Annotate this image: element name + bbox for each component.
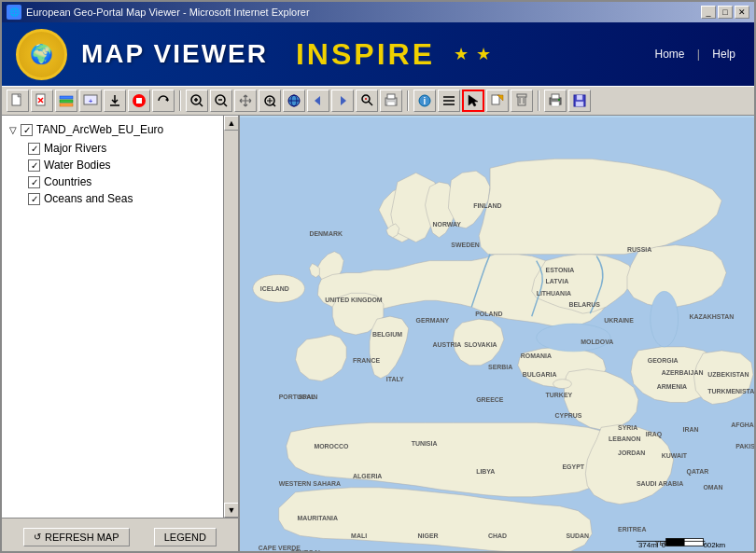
svg-rect-50 xyxy=(552,102,559,106)
header-nav[interactable]: Home | Help xyxy=(650,48,740,61)
svg-rect-42 xyxy=(492,95,499,104)
svg-text:KUWAIT: KUWAIT xyxy=(662,452,688,459)
svg-text:IRAN: IRAN xyxy=(683,426,699,433)
oceans-seas-label[interactable]: Oceans and Seas xyxy=(44,192,133,205)
svg-text:MAURITANIA: MAURITANIA xyxy=(298,515,338,521)
svg-text:QATAR: QATAR xyxy=(687,468,709,476)
major-rivers-item: Major Rivers xyxy=(9,140,231,157)
svg-text:SYRIA: SYRIA xyxy=(618,424,637,431)
svg-text:MALI: MALI xyxy=(351,532,367,539)
svg-text:LEBANON: LEBANON xyxy=(609,435,640,442)
download-button[interactable] xyxy=(104,90,126,112)
svg-rect-5 xyxy=(60,96,73,99)
zoom-in-button[interactable] xyxy=(186,90,208,112)
water-bodies-label[interactable]: Water Bodies xyxy=(44,159,111,172)
svg-text:0: 0 xyxy=(662,541,666,549)
stop-button[interactable] xyxy=(128,90,150,112)
tand-layer-checkbox[interactable] xyxy=(21,124,33,136)
add-data-button[interactable]: + xyxy=(79,90,102,112)
svg-rect-34 xyxy=(387,94,395,99)
svg-text:602km: 602km xyxy=(703,541,725,549)
svg-text:CAPE VERDE: CAPE VERDE xyxy=(259,545,301,551)
scroll-track xyxy=(224,131,238,503)
toolbar-separator xyxy=(179,90,181,111)
new-button[interactable] xyxy=(7,90,29,112)
map-area[interactable]: DENMARK ICELAND NORWAY SWEDEN FINLAND RU… xyxy=(240,116,754,553)
left-panel: ▽ TAND_ArcWeb_EU_Euro Major Rivers Water… xyxy=(2,116,240,553)
svg-text:DENMARK: DENMARK xyxy=(309,230,342,237)
svg-text:CHAD: CHAD xyxy=(488,532,507,539)
left-panel-scrollbar[interactable]: ▲ ▼ xyxy=(223,116,238,518)
toolbar-separator-2 xyxy=(407,90,409,111)
expand-icon[interactable]: ▽ xyxy=(9,125,17,135)
forward-button[interactable] xyxy=(331,90,354,112)
svg-text:RUSSIA: RUSSIA xyxy=(627,246,651,253)
save-map-button[interactable] xyxy=(568,90,591,112)
refresh-icon: ↺ xyxy=(34,532,41,542)
edit-button[interactable] xyxy=(486,90,509,112)
countries-label[interactable]: Countries xyxy=(44,175,91,188)
svg-text:JORDAN: JORDAN xyxy=(618,449,645,456)
zoom-out-button[interactable] xyxy=(210,90,232,112)
globe-button[interactable] xyxy=(283,90,305,112)
svg-text:SUDAN: SUDAN xyxy=(566,532,589,539)
maximize-button[interactable]: □ xyxy=(718,6,733,19)
svg-rect-45 xyxy=(517,94,526,97)
window-controls[interactable]: _ □ ✕ xyxy=(701,6,749,19)
water-bodies-checkbox[interactable] xyxy=(28,159,40,172)
layers-button[interactable] xyxy=(55,90,77,112)
svg-line-20 xyxy=(224,104,227,106)
svg-text:UKRAINE: UKRAINE xyxy=(604,317,634,324)
find-button[interactable] xyxy=(356,90,378,112)
refresh-button[interactable] xyxy=(152,90,175,112)
scroll-up-button[interactable]: ▲ xyxy=(224,116,239,131)
back-button[interactable] xyxy=(307,90,329,112)
svg-rect-12 xyxy=(136,98,142,104)
oceans-seas-item: Oceans and Seas xyxy=(9,190,231,207)
svg-text:OMAN: OMAN xyxy=(703,484,722,491)
major-rivers-checkbox[interactable] xyxy=(28,143,40,155)
layer-group-header: ▽ TAND_ArcWeb_EU_Euro xyxy=(9,123,231,136)
svg-text:SAUDI ARABIA: SAUDI ARABIA xyxy=(637,480,683,487)
info-button[interactable]: i xyxy=(413,90,436,112)
svg-text:PORTUGAL: PORTUGAL xyxy=(279,394,316,400)
svg-text:POLAND: POLAND xyxy=(475,311,502,317)
inspire-brand: INSPIRE xyxy=(296,37,435,72)
print-preview-button[interactable] xyxy=(380,90,402,112)
delete-button[interactable] xyxy=(511,90,533,112)
major-rivers-label[interactable]: Major Rivers xyxy=(44,142,106,155)
toolbar-separator-3 xyxy=(538,90,539,111)
tand-layer-label[interactable]: TAND_ArcWeb_EU_Euro xyxy=(36,123,163,136)
legend-button[interactable]: LEGEND xyxy=(154,528,217,546)
svg-text:BELARUS: BELARUS xyxy=(568,301,600,308)
star-icon: ★ xyxy=(454,44,469,64)
home-link[interactable]: Home xyxy=(654,48,684,61)
oceans-seas-checkbox[interactable] xyxy=(28,193,40,205)
svg-point-81 xyxy=(651,291,679,347)
map-svg: DENMARK ICELAND NORWAY SWEDEN FINLAND RU… xyxy=(240,116,754,553)
svg-text:+: + xyxy=(89,97,93,105)
svg-line-32 xyxy=(369,102,372,105)
zoom-rect-button[interactable] xyxy=(259,90,281,112)
pan-button[interactable] xyxy=(234,90,257,112)
star-icon: ★ xyxy=(476,44,491,64)
svg-text:NIGER: NIGER xyxy=(418,532,439,539)
minimize-button[interactable]: _ xyxy=(701,6,716,19)
svg-text:GERMANY: GERMANY xyxy=(416,317,450,324)
close-doc-button[interactable] xyxy=(31,90,53,112)
refresh-map-button[interactable]: ↺ REFRESH MAP xyxy=(23,528,129,546)
list-button[interactable] xyxy=(438,90,460,112)
help-link[interactable]: Help xyxy=(712,48,735,61)
svg-point-51 xyxy=(558,99,560,101)
print-button[interactable] xyxy=(544,90,567,112)
countries-checkbox[interactable] xyxy=(28,176,40,188)
select-button[interactable] xyxy=(462,90,484,112)
svg-text:ALGERIA: ALGERIA xyxy=(353,473,382,479)
svg-text:LIBYA: LIBYA xyxy=(476,468,495,475)
toolbar: + i xyxy=(2,86,754,116)
svg-text:ICELAND: ICELAND xyxy=(260,285,289,292)
scroll-down-button[interactable]: ▼ xyxy=(224,503,239,518)
svg-rect-146 xyxy=(666,538,685,546)
svg-text:TURKMENISTAN: TURKMENISTAN xyxy=(707,388,754,394)
close-button[interactable]: ✕ xyxy=(735,6,749,19)
